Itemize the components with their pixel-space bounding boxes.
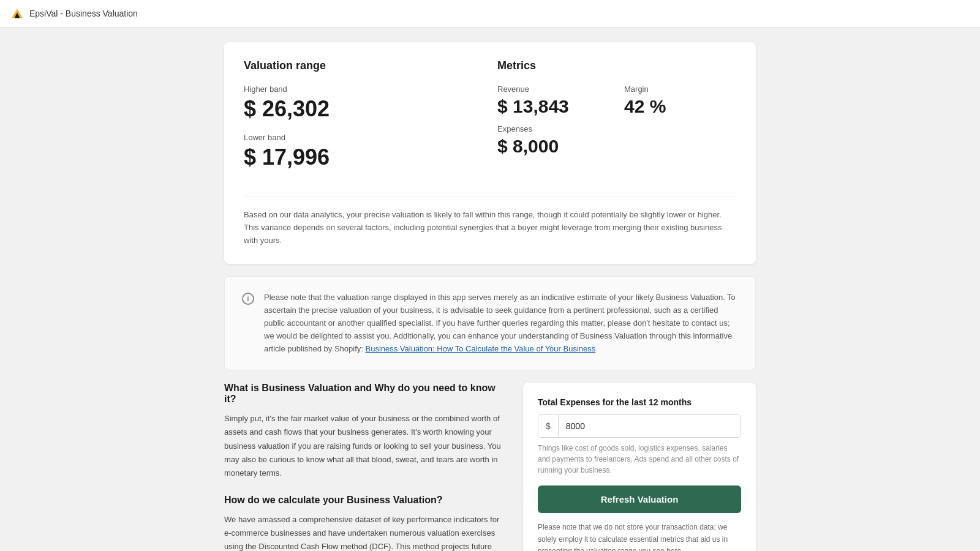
expenses-value: $ 8,000	[497, 136, 609, 157]
app-title: EpsiVal - Business Valuation	[29, 9, 138, 18]
privacy-note: Please note that we do not store your tr…	[538, 522, 741, 551]
input-card: Total Expenses for the last 12 months $ …	[523, 383, 756, 551]
valuation-description: Based on our data analytics, your precis…	[244, 196, 736, 247]
shopify-article-link[interactable]: Business Valuation: How To Calculate the…	[365, 344, 595, 353]
metrics-grid: Revenue $ 13,843 Margin 42 % Expenses $ …	[497, 84, 736, 157]
revenue-value: $ 13,843	[497, 96, 609, 117]
revenue-metric: Revenue $ 13,843	[497, 84, 609, 117]
faq-q2-text: We have amassed a comprehensive dataset …	[224, 513, 508, 551]
metrics-title: Metrics	[497, 59, 736, 72]
faq-q1-title: What is Business Valuation and Why do yo…	[224, 383, 508, 405]
higher-band-label: Higher band	[244, 84, 483, 94]
expenses-label: Expenses	[497, 124, 609, 133]
lower-band-value: $ 17,996	[244, 144, 483, 170]
faq-q1-text: Simply put, it's the fair market value o…	[224, 412, 508, 479]
valuation-range-title: Valuation range	[244, 59, 483, 72]
input-card-title: Total Expenses for the last 12 months	[538, 397, 741, 407]
faq-content: What is Business Valuation and Why do yo…	[224, 383, 508, 551]
top-bar: EpsiVal - Business Valuation	[0, 0, 980, 28]
valuation-card-grid: Valuation range Higher band $ 26,302 Low…	[244, 59, 736, 181]
revenue-label: Revenue	[497, 84, 609, 94]
metrics-section: Metrics Revenue $ 13,843 Margin 42 % Exp…	[497, 59, 736, 181]
info-text: Please note that the valuation range dis…	[264, 291, 738, 355]
lower-band-label: Lower band	[244, 133, 483, 142]
page-content: Valuation range Higher band $ 26,302 Low…	[214, 28, 766, 551]
expenses-metric: Expenses $ 8,000	[497, 124, 609, 157]
bottom-section: What is Business Valuation and Why do yo…	[224, 383, 756, 551]
faq-q2-title: How do we calculate your Business Valuat…	[224, 495, 508, 506]
valuation-card: Valuation range Higher band $ 26,302 Low…	[224, 42, 756, 264]
expenses-hint: Things like cost of goods sold, logistic…	[538, 443, 741, 476]
margin-label: Margin	[624, 84, 736, 94]
margin-value: 42 %	[624, 96, 736, 117]
info-box: i Please note that the valuation range d…	[224, 276, 756, 370]
higher-band-value: $ 26,302	[244, 96, 483, 122]
refresh-valuation-button[interactable]: Refresh Valuation	[538, 485, 741, 513]
currency-prefix: $	[538, 415, 559, 437]
valuation-range-section: Valuation range Higher band $ 26,302 Low…	[244, 59, 483, 181]
info-icon: i	[242, 293, 254, 305]
expenses-input-group: $	[538, 414, 741, 438]
expenses-input[interactable]	[559, 415, 741, 437]
margin-metric: Margin 42 %	[624, 84, 736, 117]
app-logo-icon	[10, 6, 24, 21]
